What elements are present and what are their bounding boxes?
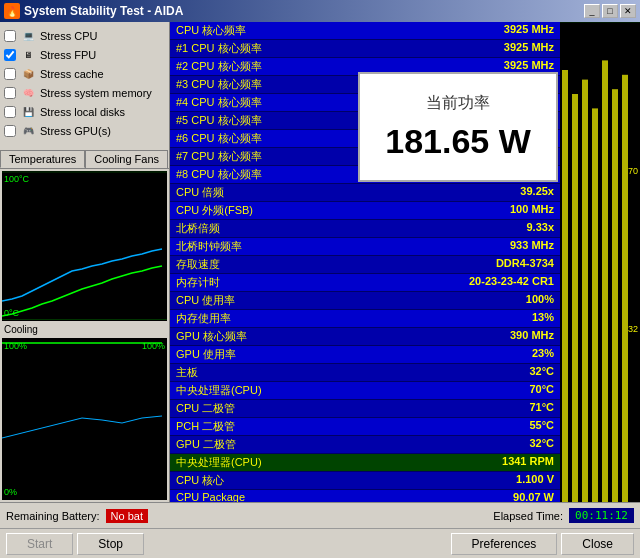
stop-button[interactable]: Stop <box>77 533 144 555</box>
temp-graph-svg <box>2 171 167 321</box>
row-label: #8 CPU 核心频率 <box>176 167 262 182</box>
stress-memory-checkbox[interactable] <box>4 87 16 99</box>
stress-fpu-checkbox[interactable] <box>4 49 16 61</box>
table-row: GPU 使用率23% <box>170 346 560 364</box>
row-label: CPU Package <box>176 491 245 502</box>
row-label: #1 CPU 核心频率 <box>176 41 262 56</box>
table-row: 存取速度DDR4-3734 <box>170 256 560 274</box>
row-value: 1.100 V <box>516 473 554 488</box>
usage-high-label: 100% <box>4 341 27 351</box>
bottom-bar: Start Stop Preferences Close <box>0 528 640 558</box>
left-panel: 💻 Stress CPU 🖥 Stress FPU 📦 Stress cache… <box>0 22 170 502</box>
gpu-icon: 🎮 <box>20 123 36 139</box>
row-value: 39.25x <box>520 185 554 200</box>
battery-label: Remaining Battery: <box>6 510 100 522</box>
row-value: 1341 RPM <box>502 455 554 470</box>
temp-low-label: 0°C <box>4 308 19 318</box>
row-label: CPU 倍频 <box>176 185 224 200</box>
row-label: 主板 <box>176 365 198 380</box>
power-title: 当前功率 <box>426 93 490 114</box>
row-label: PCH 二极管 <box>176 419 235 434</box>
row-label: #3 CPU 核心频率 <box>176 77 262 92</box>
title-bar: 🔥 System Stability Test - AIDA _ □ ✕ <box>0 0 640 22</box>
stress-disks-checkbox[interactable] <box>4 106 16 118</box>
row-label: CPU 二极管 <box>176 401 235 416</box>
stress-gpu-row: 🎮 Stress GPU(s) <box>4 123 165 139</box>
table-row: 主板32°C <box>170 364 560 382</box>
start-button[interactable]: Start <box>6 533 73 555</box>
stress-disks-row: 💾 Stress local disks <box>4 104 165 120</box>
tab-cooling-fans[interactable]: Cooling Fans <box>85 150 168 168</box>
row-value: 100% <box>526 293 554 308</box>
right-panel: 70 32 <box>560 22 640 502</box>
stress-memory-row: 🧠 Stress system memory <box>4 85 165 101</box>
table-row: CPU Package90.07 W <box>170 490 560 502</box>
svg-rect-6 <box>592 108 598 502</box>
window-title: System Stability Test - AIDA <box>24 4 183 18</box>
row-value: 20-23-23-42 CR1 <box>469 275 554 290</box>
table-row: CPU 核心1.100 V <box>170 472 560 490</box>
window-controls: _ □ ✕ <box>584 4 636 18</box>
row-value: 390 MHz <box>510 329 554 344</box>
usage-low-label: 0% <box>4 487 17 497</box>
preferences-button[interactable]: Preferences <box>451 533 558 555</box>
row-label: GPU 二极管 <box>176 437 236 452</box>
temp-high-label: 100°C <box>4 174 29 184</box>
stress-cpu-checkbox[interactable] <box>4 30 16 42</box>
cooling-label: Cooling <box>0 323 169 336</box>
row-label: 内存使用率 <box>176 311 231 326</box>
close-button-bottom[interactable]: Close <box>561 533 634 555</box>
usage-graph-svg <box>2 338 167 500</box>
row-label: CPU 核心频率 <box>176 23 246 38</box>
row-value: 23% <box>532 347 554 362</box>
row-label: 存取速度 <box>176 257 220 272</box>
table-row: CPU 外频(FSB)100 MHz <box>170 202 560 220</box>
stress-gpu-label: Stress GPU(s) <box>40 125 111 137</box>
table-row: CPU 核心频率3925 MHz <box>170 22 560 40</box>
table-row: 北桥倍频9.33x <box>170 220 560 238</box>
row-value: 13% <box>532 311 554 326</box>
app-icon: 🔥 <box>4 3 20 19</box>
row-label: 中央处理器(CPU) <box>176 455 262 470</box>
table-row: 内存使用率13% <box>170 310 560 328</box>
status-bar: Remaining Battery: No bat Elapsed Time: … <box>0 502 640 528</box>
row-label: #7 CPU 核心频率 <box>176 149 262 164</box>
row-label: GPU 核心频率 <box>176 329 247 344</box>
table-row: #1 CPU 核心频率3925 MHz <box>170 40 560 58</box>
disks-icon: 💾 <box>20 104 36 120</box>
right-70-label: 70 <box>628 166 638 176</box>
minimize-button[interactable]: _ <box>584 4 600 18</box>
svg-rect-9 <box>622 75 628 502</box>
row-label: 北桥倍频 <box>176 221 220 236</box>
cpu-icon: 💻 <box>20 28 36 44</box>
table-row: PCH 二极管55°C <box>170 418 560 436</box>
row-label: CPU 使用率 <box>176 293 235 308</box>
row-value: 9.33x <box>526 221 554 236</box>
row-value: 90.07 W <box>513 491 554 502</box>
stress-options: 💻 Stress CPU 🖥 Stress FPU 📦 Stress cache… <box>0 22 169 148</box>
stress-cache-row: 📦 Stress cache <box>4 66 165 82</box>
maximize-button[interactable]: □ <box>602 4 618 18</box>
graph-tabs: Temperatures Cooling Fans <box>0 150 169 169</box>
row-value: 70°C <box>529 383 554 398</box>
row-value: 3925 MHz <box>504 23 554 38</box>
svg-rect-5 <box>582 80 588 502</box>
memory-icon: 🧠 <box>20 85 36 101</box>
close-button[interactable]: ✕ <box>620 4 636 18</box>
tab-temperatures[interactable]: Temperatures <box>0 150 85 168</box>
stress-fpu-row: 🖥 Stress FPU <box>4 47 165 63</box>
elapsed-value: 00:11:12 <box>569 508 634 523</box>
svg-rect-4 <box>572 94 578 502</box>
svg-rect-7 <box>602 60 608 502</box>
stress-cache-label: Stress cache <box>40 68 104 80</box>
row-value: 32°C <box>529 437 554 452</box>
cache-icon: 📦 <box>20 66 36 82</box>
stress-gpu-checkbox[interactable] <box>4 125 16 137</box>
power-value: 181.65 W <box>385 122 531 161</box>
table-row: CPU 使用率100% <box>170 292 560 310</box>
elapsed-label: Elapsed Time: <box>493 510 563 522</box>
stress-cache-checkbox[interactable] <box>4 68 16 80</box>
row-label: #6 CPU 核心频率 <box>176 131 262 146</box>
battery-value: No bat <box>106 509 148 523</box>
row-label: #2 CPU 核心频率 <box>176 59 262 74</box>
